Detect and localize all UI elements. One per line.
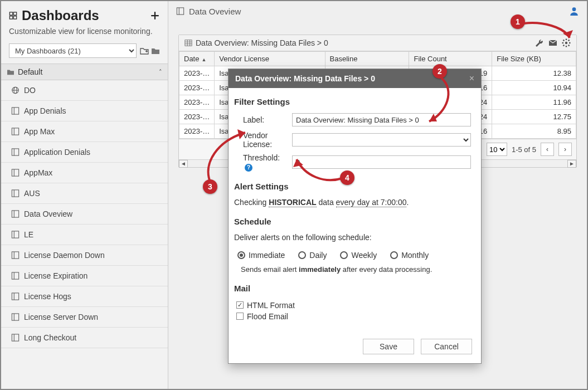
svg-rect-2 xyxy=(9,16,12,19)
svg-rect-27 xyxy=(12,314,18,320)
schedule-radio-weekly[interactable]: Weekly xyxy=(340,251,377,260)
email-icon[interactable] xyxy=(548,38,557,47)
sidebar-item-application-denials[interactable]: Application Denials xyxy=(1,142,168,163)
svg-rect-1 xyxy=(13,12,16,15)
close-icon[interactable]: × xyxy=(469,74,474,84)
save-button[interactable]: Save xyxy=(363,339,414,354)
pager-range: 1-5 of 5 xyxy=(512,145,536,154)
alert-settings-heading: Alert Settings xyxy=(234,182,471,191)
vendor-license-label: Vendor License: xyxy=(234,131,292,149)
sidebar-item-label: Data Oveview xyxy=(24,209,72,218)
threshold-input[interactable] xyxy=(292,155,471,169)
sidebar-item-label: App Max xyxy=(24,127,55,136)
sidebar-item-app-denials[interactable]: App Denials xyxy=(1,101,168,121)
col-size[interactable]: File Size (KB) xyxy=(492,52,576,66)
sidebar-item-label: License Hogs xyxy=(24,292,71,301)
col-baseline[interactable]: Baseline xyxy=(325,52,409,66)
sidebar-item-label: App Denials xyxy=(24,106,66,115)
widget-title: Data Overview: Missing Data Files > 0 xyxy=(196,38,328,47)
sidebar-item-license-hogs[interactable]: License Hogs xyxy=(1,286,168,307)
html-format-checkbox[interactable]: HTML Format xyxy=(234,300,471,311)
col-vendor[interactable]: Vendor License xyxy=(215,52,325,66)
svg-rect-11 xyxy=(12,149,18,155)
svg-rect-34 xyxy=(185,40,192,46)
sidebar-item-data-oveview[interactable]: Data Oveview xyxy=(1,204,168,225)
svg-rect-7 xyxy=(12,108,18,114)
filter-settings-heading: Filter Settings xyxy=(234,97,471,106)
panel-icon xyxy=(11,189,20,197)
gear-icon[interactable] xyxy=(562,38,571,47)
schedule-radio-monthly[interactable]: Monthly xyxy=(390,251,429,260)
folder-icon[interactable] xyxy=(151,47,160,55)
mail-heading: Mail xyxy=(234,284,471,293)
table-icon xyxy=(184,39,192,47)
chevron-up-icon: ˄ xyxy=(159,69,162,76)
svg-rect-21 xyxy=(12,252,18,259)
sidebar-item-long-checkout[interactable]: Long Checkout xyxy=(1,328,168,348)
panel-icon xyxy=(176,7,184,15)
alert-check-line: Checking HISTORICAL data every day at 7:… xyxy=(234,198,471,207)
svg-rect-31 xyxy=(177,8,183,14)
panel-icon xyxy=(11,313,20,321)
label-field-label: Label: xyxy=(234,115,292,124)
svg-rect-9 xyxy=(12,128,18,135)
svg-rect-29 xyxy=(12,334,18,341)
annotation-4: 4 xyxy=(340,170,354,185)
sidebar-group-default[interactable]: Default ˄ xyxy=(1,64,168,80)
dialog-title: Data Overview: Missing Data Files > 0 xyxy=(235,74,375,83)
panel-icon xyxy=(11,107,20,115)
panel-icon xyxy=(11,231,20,238)
page-size-select[interactable]: 10 xyxy=(487,143,507,156)
scroll-left-button[interactable]: ◄ xyxy=(179,160,188,168)
user-icon[interactable] xyxy=(569,6,579,16)
svg-rect-15 xyxy=(12,190,18,197)
panel-icon xyxy=(11,251,20,259)
pager-next-button[interactable]: › xyxy=(558,143,572,156)
sidebar-item-label: License Server Down xyxy=(24,313,98,321)
wrench-icon[interactable] xyxy=(535,38,544,47)
col-count[interactable]: File Count xyxy=(409,52,492,66)
svg-line-47 xyxy=(568,40,570,41)
sidebar-item-app-max[interactable]: App Max xyxy=(1,121,168,142)
schedule-hint: Sends email alert immediately after ever… xyxy=(234,265,471,274)
panel-icon xyxy=(11,210,20,218)
svg-line-48 xyxy=(563,45,565,46)
sidebar-title: Dashboards xyxy=(9,8,99,23)
panel-icon xyxy=(11,128,20,135)
schedule-radio-immediate[interactable]: Immediate xyxy=(237,251,285,260)
vendor-license-select[interactable] xyxy=(292,133,471,147)
schedule-radio-daily[interactable]: Daily xyxy=(298,251,327,260)
sidebar-subtitle: Customizable view for license monitoring… xyxy=(1,27,168,43)
sidebar-item-le[interactable]: LE xyxy=(1,225,168,245)
add-dashboard-icon[interactable] xyxy=(150,11,160,21)
annotation-1: 1 xyxy=(511,14,525,29)
flood-email-checkbox[interactable]: Flood Email xyxy=(234,311,471,322)
widget-settings-dialog: Data Overview: Missing Data Files > 0 × … xyxy=(228,69,482,364)
cancel-button[interactable]: Cancel xyxy=(421,339,472,354)
sidebar-item-aus[interactable]: AUS xyxy=(1,183,168,204)
panel-icon xyxy=(11,169,20,177)
svg-line-45 xyxy=(563,40,565,41)
pager-prev-button[interactable]: ‹ xyxy=(541,143,554,156)
globe-icon xyxy=(11,86,20,94)
sidebar-item-label: DO xyxy=(24,86,36,95)
dashboard-collection-select[interactable]: My Dashboards (21) xyxy=(9,43,137,58)
panel-icon xyxy=(11,148,20,156)
annotation-3: 3 xyxy=(203,179,217,194)
scroll-right-button[interactable]: ► xyxy=(567,160,576,168)
sidebar-item-label: AppMax xyxy=(24,168,52,177)
sidebar-item-appmax[interactable]: AppMax xyxy=(1,163,168,183)
panel-icon xyxy=(11,272,20,280)
sidebar-item-license-server-down[interactable]: License Server Down xyxy=(1,307,168,328)
sidebar-item-license-expiration[interactable]: License Expiration xyxy=(1,266,168,286)
sidebar-item-do[interactable]: DO xyxy=(1,80,168,101)
info-icon[interactable]: ? xyxy=(245,164,252,172)
col-date[interactable]: Date▲ xyxy=(179,52,215,66)
new-folder-icon[interactable] xyxy=(140,47,149,55)
sidebar-item-license-daemon-down[interactable]: License Daemon Down xyxy=(1,245,168,266)
label-input[interactable] xyxy=(292,113,471,126)
panel-icon xyxy=(11,292,20,300)
annotation-2: 2 xyxy=(433,64,447,79)
threshold-label: Threshold:? xyxy=(234,153,292,172)
dashboard-icon xyxy=(9,12,17,20)
